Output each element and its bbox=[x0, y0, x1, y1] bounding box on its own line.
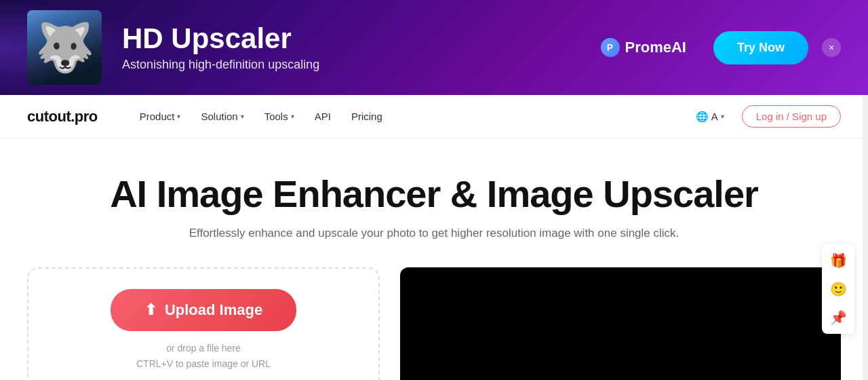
side-actions-panel: 🎁 🙂 📌 bbox=[822, 244, 854, 334]
nav-item-solution[interactable]: Solution ▾ bbox=[193, 107, 252, 126]
nav-right: 🌐 A ▾ Log in / Sign up bbox=[689, 105, 841, 128]
chevron-down-icon: ▾ bbox=[721, 113, 724, 120]
chevron-down-icon: ▾ bbox=[291, 113, 294, 120]
chevron-down-icon: ▾ bbox=[241, 113, 244, 120]
nav-item-api[interactable]: API bbox=[307, 107, 339, 126]
banner-subtitle: Astonishing high-definition upscaling bbox=[122, 58, 574, 72]
login-signup-button[interactable]: Log in / Sign up bbox=[742, 105, 841, 128]
chevron-down-icon: ▾ bbox=[177, 113, 180, 120]
nav-links: Product ▾ Solution ▾ Tools ▾ API Pricing bbox=[132, 107, 689, 126]
nav-tools-label: Tools bbox=[264, 111, 288, 122]
nav-item-tools[interactable]: Tools ▾ bbox=[256, 107, 302, 126]
upload-hint: or drop a file here CTRL+V to paste imag… bbox=[136, 341, 271, 371]
avatar-button[interactable]: 🙂 bbox=[825, 276, 852, 303]
notification-button[interactable]: 📌 bbox=[825, 304, 852, 331]
promeai-logo-icon: P bbox=[601, 38, 620, 57]
translate-icon: 🌐 bbox=[696, 111, 709, 123]
upload-button-label: Upload Image bbox=[165, 301, 262, 319]
language-selector[interactable]: 🌐 A ▾ bbox=[689, 107, 731, 127]
upload-icon: ⬆ bbox=[144, 301, 157, 319]
lang-label: A bbox=[711, 111, 718, 122]
image-preview-panel bbox=[400, 267, 841, 380]
nav-product-label: Product bbox=[140, 111, 175, 122]
banner-title: HD Upscaler bbox=[122, 23, 574, 54]
banner-text-block: HD Upscaler Astonishing high-definition … bbox=[122, 23, 574, 71]
upload-hint-line2: CTRL+V to paste image or URL bbox=[136, 356, 271, 371]
upload-image-button[interactable]: ⬆ Upload Image bbox=[111, 289, 296, 331]
promeai-name: PromeAI bbox=[625, 39, 686, 56]
upload-panel: ⬆ Upload Image or drop a file here CTRL+… bbox=[27, 267, 380, 380]
banner-close-button[interactable]: × bbox=[822, 38, 841, 57]
upload-hint-line1: or drop a file here bbox=[136, 341, 271, 356]
nav-item-product[interactable]: Product ▾ bbox=[132, 107, 189, 126]
nav-item-pricing[interactable]: Pricing bbox=[343, 107, 391, 126]
nav-pricing-label: Pricing bbox=[351, 111, 382, 122]
hero-subtitle: Effortlessly enhance and upscale your ph… bbox=[189, 227, 679, 240]
content-area: ⬆ Upload Image or drop a file here CTRL+… bbox=[27, 267, 841, 380]
navbar: cutout.pro Product ▾ Solution ▾ Tools ▾ … bbox=[0, 95, 868, 138]
main-content: AI Image Enhancer & Image Upscaler Effor… bbox=[0, 138, 868, 380]
banner-cta-button[interactable]: Try Now bbox=[713, 31, 808, 64]
nav-solution-label: Solution bbox=[201, 111, 237, 122]
banner-wolf-image bbox=[27, 10, 102, 85]
nav-api-label: API bbox=[315, 111, 331, 122]
gift-button[interactable]: 🎁 bbox=[825, 247, 852, 274]
promeai-branding: P PromeAI bbox=[601, 38, 686, 57]
promo-banner: HD Upscaler Astonishing high-definition … bbox=[0, 0, 868, 95]
site-logo[interactable]: cutout.pro bbox=[27, 108, 98, 126]
hero-title: AI Image Enhancer & Image Upscaler bbox=[110, 172, 758, 216]
